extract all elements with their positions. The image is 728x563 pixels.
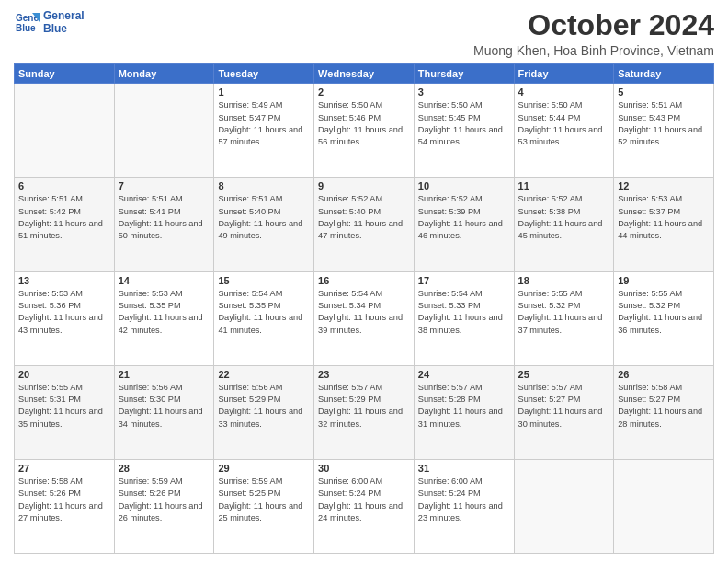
calendar-cell: 14Sunrise: 5:53 AMSunset: 5:35 PMDayligh… xyxy=(114,271,214,365)
day-info: Sunrise: 5:52 AMSunset: 5:39 PMDaylight:… xyxy=(418,193,510,242)
calendar-cell: 15Sunrise: 5:54 AMSunset: 5:35 PMDayligh… xyxy=(214,271,314,365)
day-number: 11 xyxy=(518,180,610,191)
header: General Blue General Blue October 2024 M… xyxy=(14,9,714,58)
day-number: 13 xyxy=(18,275,110,286)
day-number: 22 xyxy=(218,369,310,380)
day-info: Sunrise: 5:50 AMSunset: 5:45 PMDaylight:… xyxy=(418,99,510,148)
day-number: 21 xyxy=(119,369,210,380)
calendar-week-row: 1Sunrise: 5:49 AMSunset: 5:47 PMDaylight… xyxy=(15,84,714,178)
day-info: Sunrise: 5:57 AMSunset: 5:27 PMDaylight:… xyxy=(518,382,610,431)
weekday-header-tuesday: Tuesday xyxy=(214,64,314,84)
calendar-cell: 10Sunrise: 5:52 AMSunset: 5:39 PMDayligh… xyxy=(414,178,514,271)
day-number: 17 xyxy=(418,275,510,286)
title-block: October 2024 Muong Khen, Hoa Binh Provin… xyxy=(473,9,714,58)
calendar-cell: 27Sunrise: 5:58 AMSunset: 5:26 PMDayligh… xyxy=(15,459,115,553)
day-number: 24 xyxy=(418,369,510,380)
day-info: Sunrise: 5:50 AMSunset: 5:44 PMDaylight:… xyxy=(518,99,610,148)
calendar-cell: 24Sunrise: 5:57 AMSunset: 5:28 PMDayligh… xyxy=(414,365,514,459)
day-number: 10 xyxy=(418,180,510,191)
day-number: 6 xyxy=(18,180,110,191)
calendar-cell: 22Sunrise: 5:56 AMSunset: 5:29 PMDayligh… xyxy=(214,365,314,459)
calendar-cell: 4Sunrise: 5:50 AMSunset: 5:44 PMDaylight… xyxy=(514,84,614,178)
day-number: 3 xyxy=(418,86,510,98)
day-info: Sunrise: 5:58 AMSunset: 5:26 PMDaylight:… xyxy=(18,476,110,524)
day-info: Sunrise: 5:51 AMSunset: 5:41 PMDaylight:… xyxy=(119,193,210,242)
logo-general: General xyxy=(43,9,85,22)
weekday-header-monday: Monday xyxy=(114,64,214,84)
location-title: Muong Khen, Hoa Binh Province, Vietnam xyxy=(473,43,714,58)
calendar-cell: 19Sunrise: 5:55 AMSunset: 5:32 PMDayligh… xyxy=(614,271,714,365)
day-info: Sunrise: 5:54 AMSunset: 5:35 PMDaylight:… xyxy=(218,288,310,337)
calendar-week-row: 13Sunrise: 5:53 AMSunset: 5:36 PMDayligh… xyxy=(15,271,714,365)
day-number: 12 xyxy=(618,180,710,191)
day-number: 31 xyxy=(418,463,510,474)
day-info: Sunrise: 5:59 AMSunset: 5:25 PMDaylight:… xyxy=(218,476,310,524)
calendar-cell: 9Sunrise: 5:52 AMSunset: 5:40 PMDaylight… xyxy=(314,178,415,271)
calendar-cell: 28Sunrise: 5:59 AMSunset: 5:26 PMDayligh… xyxy=(114,459,214,553)
weekday-header-friday: Friday xyxy=(514,64,614,84)
day-info: Sunrise: 5:53 AMSunset: 5:35 PMDaylight:… xyxy=(119,288,210,337)
day-info: Sunrise: 5:59 AMSunset: 5:26 PMDaylight:… xyxy=(119,476,210,524)
calendar-cell: 20Sunrise: 5:55 AMSunset: 5:31 PMDayligh… xyxy=(15,365,115,459)
calendar-week-row: 27Sunrise: 5:58 AMSunset: 5:26 PMDayligh… xyxy=(15,459,714,553)
day-info: Sunrise: 5:57 AMSunset: 5:28 PMDaylight:… xyxy=(418,382,510,431)
day-info: Sunrise: 5:53 AMSunset: 5:36 PMDaylight:… xyxy=(18,288,110,337)
day-number: 14 xyxy=(119,275,210,286)
day-number: 18 xyxy=(518,275,610,286)
calendar-cell xyxy=(15,84,115,178)
calendar-cell: 30Sunrise: 6:00 AMSunset: 5:24 PMDayligh… xyxy=(314,459,415,553)
calendar-cell: 5Sunrise: 5:51 AMSunset: 5:43 PMDaylight… xyxy=(614,84,714,178)
calendar-cell xyxy=(614,459,714,553)
day-number: 19 xyxy=(618,275,710,286)
calendar-cell: 3Sunrise: 5:50 AMSunset: 5:45 PMDaylight… xyxy=(414,84,514,178)
day-info: Sunrise: 5:51 AMSunset: 5:43 PMDaylight:… xyxy=(618,99,710,148)
weekday-header-thursday: Thursday xyxy=(414,64,514,84)
calendar-cell: 21Sunrise: 5:56 AMSunset: 5:30 PMDayligh… xyxy=(114,365,214,459)
calendar-cell: 25Sunrise: 5:57 AMSunset: 5:27 PMDayligh… xyxy=(514,365,614,459)
calendar-week-row: 20Sunrise: 5:55 AMSunset: 5:31 PMDayligh… xyxy=(15,365,714,459)
calendar-cell xyxy=(114,84,214,178)
day-number: 25 xyxy=(518,369,610,380)
weekday-header-sunday: Sunday xyxy=(15,64,115,84)
calendar-cell: 7Sunrise: 5:51 AMSunset: 5:41 PMDaylight… xyxy=(114,178,214,271)
day-number: 8 xyxy=(218,180,310,191)
day-info: Sunrise: 5:55 AMSunset: 5:31 PMDaylight:… xyxy=(18,382,110,431)
day-number: 30 xyxy=(318,463,410,474)
day-info: Sunrise: 5:50 AMSunset: 5:46 PMDaylight:… xyxy=(318,99,410,148)
day-info: Sunrise: 5:53 AMSunset: 5:37 PMDaylight:… xyxy=(618,193,710,242)
calendar-cell: 2Sunrise: 5:50 AMSunset: 5:46 PMDaylight… xyxy=(314,84,415,178)
day-number: 4 xyxy=(518,86,610,98)
day-info: Sunrise: 5:57 AMSunset: 5:29 PMDaylight:… xyxy=(318,382,410,431)
calendar-cell: 12Sunrise: 5:53 AMSunset: 5:37 PMDayligh… xyxy=(614,178,714,271)
weekday-header-saturday: Saturday xyxy=(614,64,714,84)
day-number: 29 xyxy=(218,463,310,474)
calendar-cell: 16Sunrise: 5:54 AMSunset: 5:34 PMDayligh… xyxy=(314,271,415,365)
calendar-cell: 6Sunrise: 5:51 AMSunset: 5:42 PMDaylight… xyxy=(15,178,115,271)
day-info: Sunrise: 6:00 AMSunset: 5:24 PMDaylight:… xyxy=(318,476,410,524)
month-title: October 2024 xyxy=(473,9,714,41)
calendar-cell: 11Sunrise: 5:52 AMSunset: 5:38 PMDayligh… xyxy=(514,178,614,271)
logo-blue: Blue xyxy=(43,22,85,35)
day-number: 23 xyxy=(318,369,410,380)
calendar-cell: 31Sunrise: 6:00 AMSunset: 5:24 PMDayligh… xyxy=(414,459,514,553)
day-info: Sunrise: 5:52 AMSunset: 5:38 PMDaylight:… xyxy=(518,193,610,242)
day-info: Sunrise: 5:52 AMSunset: 5:40 PMDaylight:… xyxy=(318,193,410,242)
day-number: 5 xyxy=(618,86,710,98)
day-number: 20 xyxy=(18,369,110,380)
day-number: 7 xyxy=(119,180,210,191)
day-number: 15 xyxy=(218,275,310,286)
calendar-cell: 1Sunrise: 5:49 AMSunset: 5:47 PMDaylight… xyxy=(214,84,314,178)
calendar-cell: 17Sunrise: 5:54 AMSunset: 5:33 PMDayligh… xyxy=(414,271,514,365)
day-info: Sunrise: 5:49 AMSunset: 5:47 PMDaylight:… xyxy=(218,99,310,148)
calendar-cell: 23Sunrise: 5:57 AMSunset: 5:29 PMDayligh… xyxy=(314,365,415,459)
day-info: Sunrise: 5:58 AMSunset: 5:27 PMDaylight:… xyxy=(618,382,710,431)
day-number: 9 xyxy=(318,180,410,191)
weekday-header-wednesday: Wednesday xyxy=(314,64,415,84)
calendar-cell: 13Sunrise: 5:53 AMSunset: 5:36 PMDayligh… xyxy=(15,271,115,365)
day-info: Sunrise: 5:56 AMSunset: 5:29 PMDaylight:… xyxy=(218,382,310,431)
day-number: 28 xyxy=(119,463,210,474)
calendar-cell: 29Sunrise: 5:59 AMSunset: 5:25 PMDayligh… xyxy=(214,459,314,553)
day-number: 16 xyxy=(318,275,410,286)
day-info: Sunrise: 6:00 AMSunset: 5:24 PMDaylight:… xyxy=(418,476,510,524)
day-number: 1 xyxy=(218,86,310,98)
